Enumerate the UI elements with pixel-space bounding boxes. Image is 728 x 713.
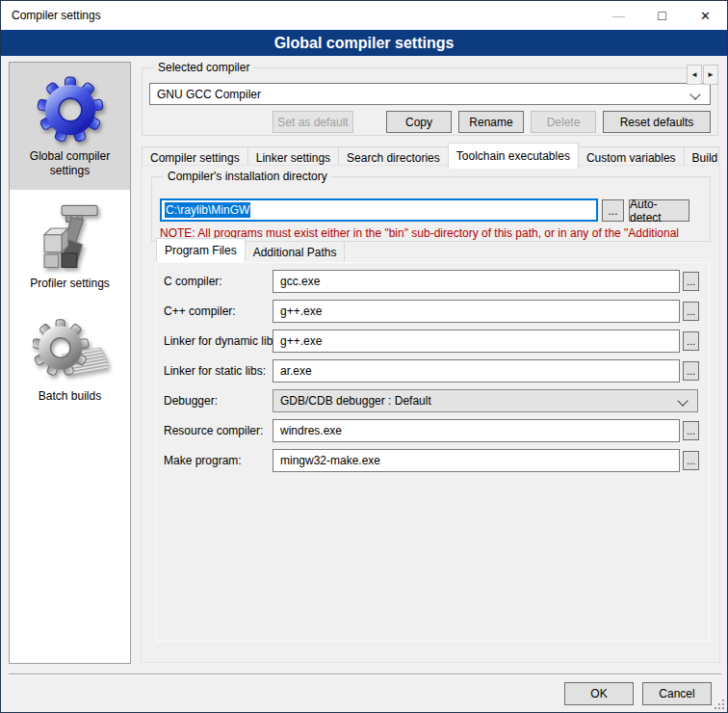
resize-grip[interactable] [715,700,724,709]
sidebar-item-global-compiler-settings[interactable]: Global compiler settings [10,63,130,190]
window-title: Compiler settings [12,9,101,22]
cancel-button[interactable]: Cancel [642,682,712,705]
row-label: Make program: [164,454,242,467]
toolchain-executables-panel: Compiler's installation directory C:\ray… [141,165,720,663]
linker-static-input[interactable] [273,359,680,383]
tab-scroll-right-icon[interactable]: ► [703,65,718,85]
c-compiler-browse-button[interactable]: ... [683,272,699,291]
row-label: C++ compiler: [164,304,236,318]
installation-directory-group: Compiler's installation directory C:\ray… [151,176,711,242]
installation-directory-browse-button[interactable]: ... [602,199,624,222]
close-button[interactable]: ✕ [684,1,727,30]
close-icon: ✕ [700,9,711,23]
ok-button[interactable]: OK [564,682,634,705]
make-program-browse-button[interactable]: ... [683,451,699,470]
chevron-down-icon [677,395,688,406]
footer-separator [9,673,721,675]
reset-defaults-button[interactable]: Reset defaults [603,111,711,133]
minimize-button: — [597,1,640,30]
auto-detect-button[interactable]: Auto-detect [629,199,689,222]
sidebar-item-profiler-settings[interactable]: Profiler settings [10,190,130,303]
program-row-c-compiler: C compiler: ... [157,270,709,293]
linker-dynamic-input[interactable] [273,330,680,353]
program-row-linker-static: Linker for static libs: ... [157,359,709,383]
compiler-buttons-row: Set as default Copy Rename Delete Reset … [143,111,711,133]
resource-compiler-input[interactable] [273,419,680,442]
rename-button[interactable]: Rename [458,111,524,133]
sidebar-item-batch-builds[interactable]: Batch builds [10,303,130,415]
tab-scrollers: ◄ ► [686,65,718,85]
subtab-program-files[interactable]: Program Files [156,238,246,262]
caliper-icon [13,199,127,275]
maximize-icon: □ [658,8,665,23]
selected-compiler-group-label: Selected compiler [154,61,253,74]
program-files-panel: C compiler: ... C++ compiler: ... Linker… [156,262,710,642]
titlebar[interactable]: Compiler settings — □ ✕ [1,1,727,30]
debugger-dropdown[interactable]: GDB/CDB debugger : Default [273,389,698,412]
main-panel: Selected compiler GNU GCC Compiler Set a… [139,62,721,664]
program-row-cpp-compiler: C++ compiler: ... [157,300,709,323]
sidebar: Global compiler settings [9,62,131,664]
selected-compiler-group: Selected compiler GNU GCC Compiler Set a… [142,67,718,136]
tab-toolchain-executables[interactable]: Toolchain executables [448,143,579,169]
row-label: Linker for dynamic libs: [164,334,282,348]
page-title: Global compiler settings [274,35,455,52]
program-row-make-program: Make program: ... [157,449,709,472]
cpp-compiler-input[interactable] [273,300,680,323]
page-header: Global compiler settings [1,30,727,56]
copy-button[interactable]: Copy [386,111,452,133]
debugger-dropdown-value: GDB/CDB debugger : Default [280,394,431,408]
linker-static-browse-button[interactable]: ... [683,361,699,381]
set-as-default-button: Set as default [273,111,353,133]
installation-directory-value: C:\raylib\MinGW [165,202,250,218]
c-compiler-input[interactable] [273,270,680,293]
minimize-icon: — [612,9,625,23]
maximize-button[interactable]: □ [640,1,684,30]
compiler-dropdown-value: GNU GCC Compiler [157,88,261,101]
cpp-compiler-browse-button[interactable]: ... [683,302,699,321]
installation-directory-group-label: Compiler's installation directory [164,170,331,183]
subtab-additional-paths[interactable]: Additional Paths [245,241,346,262]
compiler-dropdown[interactable]: GNU GCC Compiler [149,83,711,105]
linker-dynamic-browse-button[interactable]: ... [683,331,699,351]
sidebar-item-label: Batch builds [13,389,127,404]
program-row-resource-compiler: Resource compiler: ... [157,419,709,442]
row-label: C compiler: [164,275,222,288]
row-label: Linker for static libs: [164,364,266,378]
program-row-linker-dynamic: Linker for dynamic libs: ... [157,330,709,353]
sidebar-item-label: Profiler settings [13,277,127,291]
gray-gear-stack-icon [13,312,127,387]
row-label: Resource compiler: [164,424,263,437]
resource-compiler-browse-button[interactable]: ... [683,421,699,440]
chevron-down-icon [689,89,700,99]
row-label: Debugger: [164,394,218,408]
sub-tabstrip: Program Files Additional Paths [156,238,344,262]
blue-gear-icon [13,72,127,147]
make-program-input[interactable] [273,449,680,472]
program-row-debugger: Debugger: GDB/CDB debugger : Default [157,389,709,412]
delete-button: Delete [531,111,596,133]
sidebar-item-label: Global compiler settings [13,149,127,178]
compiler-settings-dialog: Compiler settings — □ ✕ Global compiler … [0,0,728,713]
tab-scroll-left-icon[interactable]: ◄ [687,65,702,85]
window-controls: — □ ✕ [597,1,727,30]
installation-directory-input[interactable]: C:\raylib\MinGW [160,198,598,222]
